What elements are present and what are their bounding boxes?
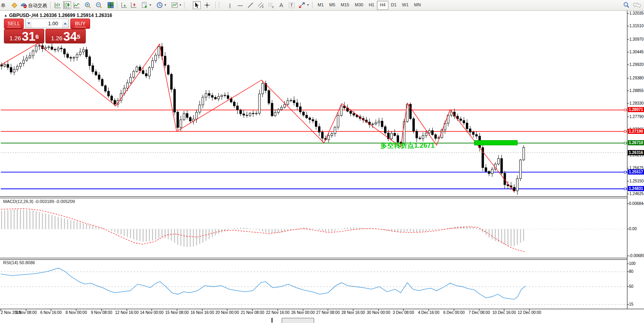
timeframe-M30[interactable]: M30 xyxy=(352,1,366,9)
text-label-tool-icon[interactable]: T xyxy=(288,1,296,9)
text-tool-icon[interactable]: A xyxy=(277,1,285,9)
trendline-tool-icon[interactable] xyxy=(247,1,254,9)
cursor-tool-icon[interactable] xyxy=(193,1,201,9)
buy-price-prefix: 1.26 xyxy=(51,34,62,43)
gold-rhombus-icon xyxy=(11,2,18,9)
sell-price-display[interactable]: 1.26 31 6 xyxy=(4,29,44,43)
buy-price-big: 34 xyxy=(63,31,77,43)
timeframe-H1[interactable]: H1 xyxy=(366,1,377,9)
timeframe-W1[interactable]: W1 xyxy=(399,1,412,9)
buy-price-display[interactable]: 1.26 34 5 xyxy=(45,29,86,43)
sell-price-pip: 6 xyxy=(36,29,39,44)
price-tick-label: 1.24625 xyxy=(629,192,644,196)
chart-shift-icon[interactable] xyxy=(130,1,137,9)
fibonacci-tool-icon[interactable]: F xyxy=(267,1,275,9)
turning-point-highlight-rect[interactable] xyxy=(474,140,518,145)
time-axis-label: 27 Nov 08:00 xyxy=(316,310,340,315)
new-order-button-partial[interactable]: 单 xyxy=(1,2,6,9)
horizontal-line-tool-icon[interactable]: — xyxy=(236,1,244,9)
price-badge-1.28071: 1.28071 xyxy=(628,107,644,112)
new-chart-icon[interactable] xyxy=(141,1,149,9)
price-tick-label: 1.32035 xyxy=(629,11,644,15)
arrows-tool-icon[interactable] xyxy=(298,1,306,9)
rsi-axis-label: 15 xyxy=(629,302,633,306)
crosshair-tool-icon[interactable] xyxy=(203,1,211,9)
toolbar-separator xyxy=(312,2,313,9)
time-axis-label: 6 Dec 00:00 xyxy=(443,310,465,315)
volume-input[interactable]: 1.00 xyxy=(32,19,62,28)
vertical-line-tool-icon[interactable]: | xyxy=(226,1,234,9)
zoom-out-icon[interactable] xyxy=(95,1,103,9)
time-axis[interactable] xyxy=(0,309,644,309)
time-axis-label: 28 Nov 16:00 xyxy=(341,310,365,315)
buy-price-pip: 5 xyxy=(77,29,80,44)
timeframe-bar: M1M5M15M30H1H4D1W1MN xyxy=(315,1,424,9)
search-icon[interactable] xyxy=(622,1,630,9)
new-chart-dropdown-icon[interactable]: ▼ xyxy=(149,4,152,6)
svg-text:T: T xyxy=(290,3,293,8)
indicators-dropdown-icon[interactable]: ▼ xyxy=(179,4,182,6)
time-axis-label: 12 Dec 00:00 xyxy=(518,310,541,315)
line-chart-type-icon[interactable] xyxy=(73,1,81,9)
time-axis-label: 14 Nov 00:00 xyxy=(140,310,164,315)
macd-axis-label: 0.00 xyxy=(629,227,636,231)
price-axis[interactable] xyxy=(627,11,627,309)
autotrading-icon[interactable] xyxy=(20,1,28,9)
time-axis-label: 26 Nov 00:00 xyxy=(291,310,315,315)
macd-axis-label: -0.006894 xyxy=(629,254,644,258)
toolbar-grip xyxy=(218,2,220,9)
autotrading-label[interactable]: 自动交易 xyxy=(28,2,47,9)
bottom-strip-mark xyxy=(271,318,273,323)
rsi-axis-label: 100 xyxy=(629,261,636,266)
toolbar-separator xyxy=(50,2,51,9)
turning-point-annotation: 多空转折点1.2671 xyxy=(380,141,435,150)
price-tick-label: 1.29920 xyxy=(629,62,644,67)
period-clock-icon[interactable] xyxy=(156,1,164,9)
buy-button[interactable]: BUY xyxy=(70,19,90,29)
price-tick-label: 1.29380 xyxy=(629,76,644,80)
timeframe-M5[interactable]: M5 xyxy=(326,1,338,9)
bottom-strip-box xyxy=(282,318,314,323)
volume-increase-button[interactable] xyxy=(62,19,69,28)
period-dropdown-icon[interactable]: ▼ xyxy=(164,4,167,6)
pane-splitter-rsi[interactable] xyxy=(0,258,627,260)
price-badge-1.26316: 1.26316 xyxy=(628,150,644,155)
timeframe-H4[interactable]: H4 xyxy=(377,1,388,10)
price-tick-label: 1.30445 xyxy=(629,50,644,54)
symbol-marker-icon: ▲ xyxy=(4,13,8,17)
svg-text:F: F xyxy=(272,6,274,9)
bar-chart-type-icon[interactable] xyxy=(54,1,62,9)
auto-scroll-icon[interactable] xyxy=(120,1,128,9)
volume-decrease-button[interactable] xyxy=(25,19,32,28)
timeframe-MN[interactable]: MN xyxy=(411,1,424,9)
timeframe-M1[interactable]: M1 xyxy=(315,1,326,9)
time-axis-label: 12 Nov 16:00 xyxy=(115,310,139,315)
timeframe-M15[interactable]: M15 xyxy=(338,1,352,9)
pane-splitter-macd[interactable] xyxy=(0,196,627,198)
sell-price-big: 31 xyxy=(22,31,35,43)
one-click-trading-panel: SELL 1.00 BUY 1.26 31 6 1.26 34 5 xyxy=(4,19,90,43)
price-badge-1.26710: 1.26710 xyxy=(628,140,644,145)
candlestick-chart-type-icon[interactable] xyxy=(63,1,71,9)
time-axis-label: 10 Dec 16:00 xyxy=(492,310,516,315)
zoom-in-icon[interactable] xyxy=(84,1,92,9)
time-axis-label: 7 Dec 08:00 xyxy=(469,310,490,315)
price-tick-label: 1.28330 xyxy=(629,101,644,105)
chart-window[interactable] xyxy=(0,11,644,323)
rsi-axis-label: 50 xyxy=(629,284,633,289)
main-toolbar: 单 自动交易 ▼ ▼ ▼ xyxy=(0,0,644,11)
price-tick-label: 1.30970 xyxy=(629,37,644,41)
price-tick-label: 1.25150 xyxy=(629,179,644,183)
tile-windows-icon[interactable] xyxy=(107,1,115,9)
time-axis-label: 30 Nov 00:00 xyxy=(367,310,390,315)
price-tick-label: 1.28855 xyxy=(629,88,644,93)
chat-icon[interactable] xyxy=(633,1,641,9)
timeframe-D1[interactable]: D1 xyxy=(388,1,399,9)
sell-button[interactable]: SELL xyxy=(4,19,24,29)
indicators-icon[interactable] xyxy=(171,1,179,9)
mt4-terminal: { "toolbar": { "partial_left_label": "单"… xyxy=(0,0,644,323)
equidistant-channel-tool-icon[interactable]: E xyxy=(257,1,265,9)
metaeditor-icon[interactable] xyxy=(10,1,18,9)
symbol-period-label: GBPUSD-,H4 xyxy=(9,13,38,18)
arrows-dropdown-icon[interactable]: ▼ xyxy=(307,4,309,6)
